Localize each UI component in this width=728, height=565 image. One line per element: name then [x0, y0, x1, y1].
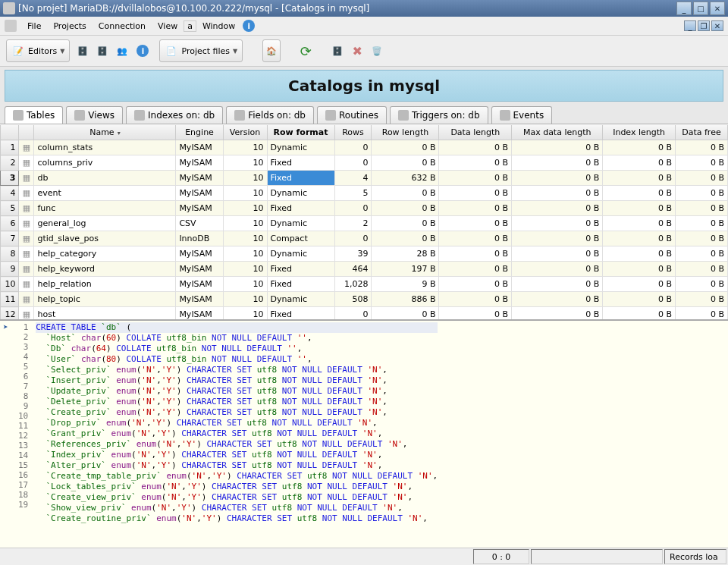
titlebar[interactable]: [No projet] MariaDB://dvillalobos@10.100… — [0, 0, 728, 17]
cell-maxdatalen[interactable]: 0 B — [512, 171, 603, 186]
col-rowlen[interactable]: Row length — [372, 125, 439, 140]
maximize-button[interactable]: □ — [693, 2, 708, 15]
tab-fields[interactable]: Fields on: db — [226, 106, 314, 124]
cell-version[interactable]: 10 — [223, 140, 267, 155]
cell-maxdatalen[interactable]: 0 B — [512, 231, 603, 246]
cell-rowlen[interactable]: 0 B — [372, 231, 439, 246]
cell-datalen[interactable]: 0 B — [439, 171, 512, 186]
rownum-cell[interactable]: 6 — [1, 216, 19, 231]
cell-rowfmt[interactable]: Dynamic — [267, 216, 334, 231]
rownum-cell[interactable]: 12 — [1, 307, 19, 320]
cell-maxdatalen[interactable]: 0 B — [512, 292, 603, 307]
table-row[interactable]: 8▦help_categoryMyISAM10Dynamic3928 B0 B0… — [1, 246, 728, 262]
cell-datafree[interactable]: 0 B — [675, 216, 727, 231]
cell-rows[interactable]: 508 — [334, 292, 372, 307]
rownum-cell[interactable]: 5 — [1, 201, 19, 216]
delete-icon[interactable]: ✖ — [350, 44, 364, 58]
cell-rowfmt[interactable]: Fixed — [267, 277, 334, 292]
tab-triggers[interactable]: Triggers on: db — [390, 106, 488, 124]
cell-rowfmt[interactable]: Fixed — [267, 201, 334, 216]
cell-name[interactable]: func — [34, 201, 176, 216]
cell-rowfmt[interactable]: Dynamic — [267, 140, 334, 155]
cell-datalen[interactable]: 0 B — [439, 155, 512, 171]
menu-view[interactable]: View — [152, 20, 184, 33]
cell-indexlen[interactable]: 0 B — [603, 307, 676, 320]
mdi-restore-icon[interactable]: ❐ — [698, 20, 710, 31]
grid-scroll[interactable]: Name▾ Engine Version Row format Rows Row… — [0, 125, 728, 319]
cell-datafree[interactable]: 0 B — [675, 292, 727, 307]
cell-name[interactable]: columns_priv — [34, 155, 176, 171]
cell-indexlen[interactable]: 0 B — [603, 171, 676, 186]
users-icon[interactable]: 👥 — [115, 44, 129, 58]
close-button[interactable]: ✕ — [710, 2, 725, 15]
cell-rows[interactable]: 0 — [334, 140, 372, 155]
rownum-cell[interactable]: 3 — [1, 171, 19, 186]
col-maxdatalen[interactable]: Max data length — [512, 125, 603, 140]
cell-version[interactable]: 10 — [223, 171, 267, 186]
menu-file[interactable]: File — [21, 20, 47, 33]
icon-header[interactable] — [19, 125, 34, 140]
sql-pane[interactable]: ➤ 12345678910111213141516171819 CREATE T… — [0, 319, 728, 548]
tab-tables[interactable]: Tables — [5, 106, 63, 124]
cell-maxdatalen[interactable]: 0 B — [512, 307, 603, 320]
table-row[interactable]: 10▦help_relationMyISAM10Fixed1,0289 B0 B… — [1, 277, 728, 292]
cell-rowfmt[interactable]: Fixed — [267, 155, 334, 171]
cell-engine[interactable]: MyISAM — [176, 307, 223, 320]
cell-engine[interactable]: InnoDB — [176, 231, 223, 246]
cell-datalen[interactable]: 0 B — [439, 277, 512, 292]
cell-maxdatalen[interactable]: 0 B — [512, 186, 603, 201]
tab-views[interactable]: Views — [66, 106, 123, 124]
cell-version[interactable]: 10 — [223, 201, 267, 216]
cell-version[interactable]: 10 — [223, 262, 267, 277]
cell-version[interactable]: 10 — [223, 277, 267, 292]
cell-indexlen[interactable]: 0 B — [603, 186, 676, 201]
table-row[interactable]: 9▦help_keywordMyISAM10Fixed464197 B0 B0 … — [1, 262, 728, 277]
cell-indexlen[interactable]: 0 B — [603, 201, 676, 216]
cell-rowlen[interactable]: 0 B — [372, 140, 439, 155]
db-icon[interactable]: 🗄️ — [76, 44, 89, 58]
cell-rowlen[interactable]: 0 B — [372, 201, 439, 216]
cell-maxdatalen[interactable]: 0 B — [512, 246, 603, 262]
cell-datalen[interactable]: 0 B — [439, 201, 512, 216]
cell-maxdatalen[interactable]: 0 B — [512, 277, 603, 292]
menu-projects[interactable]: Projects — [47, 20, 92, 33]
home-icon[interactable]: 🏠 — [262, 39, 281, 62]
editors-dropdown[interactable]: 📝Editors▼ — [6, 39, 70, 62]
cell-indexlen[interactable]: 0 B — [603, 277, 676, 292]
col-indexlen[interactable]: Index length — [603, 125, 676, 140]
cell-name[interactable]: help_category — [34, 246, 176, 262]
cell-datalen[interactable]: 0 B — [439, 246, 512, 262]
rownum-cell[interactable]: 10 — [1, 277, 19, 292]
cell-rowlen[interactable]: 632 B — [372, 171, 439, 186]
cell-datafree[interactable]: 0 B — [675, 246, 727, 262]
menu-a[interactable]: a — [184, 20, 196, 32]
rownum-cell[interactable]: 4 — [1, 186, 19, 201]
cell-rows[interactable]: 5 — [334, 186, 372, 201]
cell-engine[interactable]: MyISAM — [176, 155, 223, 171]
table-row[interactable]: 11▦help_topicMyISAM10Dynamic508886 B0 B0… — [1, 292, 728, 307]
cell-rowfmt[interactable]: Fixed — [267, 307, 334, 320]
mdi-close-icon[interactable]: ✕ — [711, 20, 723, 31]
cell-version[interactable]: 10 — [223, 231, 267, 246]
rownum-header[interactable] — [1, 125, 19, 140]
cell-rows[interactable]: 4 — [334, 171, 372, 186]
col-rowfmt[interactable]: Row format — [267, 125, 334, 140]
table-row[interactable]: 1▦column_statsMyISAM10Dynamic00 B0 B0 B0… — [1, 140, 728, 155]
cell-rowlen[interactable]: 886 B — [372, 292, 439, 307]
menu-connection[interactable]: Connection — [93, 20, 152, 33]
cell-version[interactable]: 10 — [223, 155, 267, 171]
info2-icon[interactable]: i — [136, 45, 149, 57]
cell-name[interactable]: help_relation — [34, 277, 176, 292]
cell-rowfmt[interactable]: Fixed — [267, 171, 334, 186]
cell-rowlen[interactable]: 0 B — [372, 216, 439, 231]
cell-version[interactable]: 10 — [223, 307, 267, 320]
cell-rows[interactable]: 2 — [334, 216, 372, 231]
cell-engine[interactable]: MyISAM — [176, 140, 223, 155]
cell-name[interactable]: host — [34, 307, 176, 320]
cell-engine[interactable]: CSV — [176, 216, 223, 231]
cell-name[interactable]: column_stats — [34, 140, 176, 155]
menu-window[interactable]: Window — [196, 20, 241, 33]
tab-indexes[interactable]: Indexes on: db — [126, 106, 223, 124]
cell-maxdatalen[interactable]: 0 B — [512, 140, 603, 155]
cell-datalen[interactable]: 0 B — [439, 216, 512, 231]
